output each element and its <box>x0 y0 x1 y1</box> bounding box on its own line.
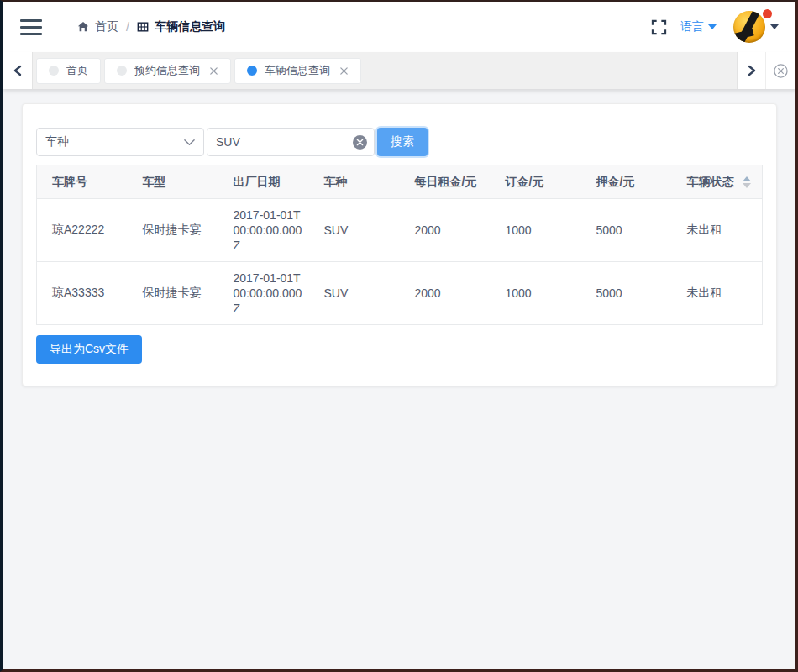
tab-label: 车辆信息查询 <box>265 63 330 78</box>
caret-up-icon <box>743 176 751 181</box>
tab-label: 预约信息查询 <box>134 63 200 78</box>
table-row[interactable]: 琼A33333 保时捷卡宴 2017-01-01T00:00:00.000Z S… <box>37 262 763 325</box>
breadcrumb-separator: / <box>126 20 129 34</box>
language-dropdown[interactable]: 语言 <box>680 19 717 34</box>
clear-input-icon[interactable] <box>353 135 367 150</box>
chevron-left-icon <box>13 65 23 76</box>
cell-daily-rent: 2000 <box>400 262 491 325</box>
vehicle-query-card: 车种 搜索 车 <box>22 103 777 386</box>
tab-close-button[interactable] <box>209 66 218 76</box>
breadcrumb-current-label: 车辆信息查询 <box>155 19 225 34</box>
cell-manufacture-date: 2017-01-01T00:00:00.000Z <box>218 199 309 262</box>
notification-badge-dot <box>763 9 772 18</box>
tab-list: 首页 预约信息查询 车辆信息查询 <box>33 52 737 89</box>
tab-scroll-left-button[interactable] <box>3 52 33 89</box>
select-chevron-down-icon <box>184 139 195 146</box>
fullscreen-icon <box>651 19 667 35</box>
user-chevron-down-icon <box>770 24 779 29</box>
cell-model: 保时捷卡宴 <box>128 262 218 325</box>
avatar <box>733 11 765 43</box>
col-plate-number: 车牌号 <box>37 165 128 199</box>
close-icon <box>339 66 349 76</box>
col-daily-rent: 每日租金/元 <box>400 165 491 199</box>
keyword-input[interactable] <box>216 135 353 149</box>
breadcrumb-current: 车辆信息查询 <box>137 19 225 34</box>
breadcrumb-home[interactable]: 首页 <box>77 19 118 34</box>
hamburger-menu-icon[interactable] <box>20 19 42 35</box>
cell-security-deposit: 5000 <box>581 199 672 262</box>
top-navbar: 首页 / 车辆信息查询 <box>3 2 795 52</box>
col-order-deposit: 订金/元 <box>491 165 581 199</box>
search-field-select-value: 车种 <box>45 134 69 150</box>
table-row[interactable]: 琼A22222 保时捷卡宴 2017-01-01T00:00:00.000Z S… <box>37 199 763 262</box>
cell-category: SUV <box>309 262 400 325</box>
cell-model: 保时捷卡宴 <box>128 199 218 262</box>
language-label: 语言 <box>680 19 704 34</box>
cell-plate-number: 琼A22222 <box>37 199 128 262</box>
close-all-tabs-button[interactable] <box>766 52 795 89</box>
cell-manufacture-date: 2017-01-01T00:00:00.000Z <box>218 262 309 325</box>
fullscreen-button[interactable] <box>651 19 667 35</box>
tab-label: 首页 <box>66 63 88 78</box>
vehicles-table: 车牌号 车型 出厂日期 车种 每日租金/元 订金/元 押金/元 车辆状态 <box>36 165 763 325</box>
tab-status-dot <box>49 66 59 76</box>
table-header-row: 车牌号 车型 出厂日期 车种 每日租金/元 订金/元 押金/元 车辆状态 <box>37 165 763 199</box>
home-icon <box>77 21 89 33</box>
tab-bar: 首页 预约信息查询 车辆信息查询 <box>3 52 795 89</box>
tab-scroll-right-button[interactable] <box>737 52 766 89</box>
cell-category: SUV <box>309 199 400 262</box>
cell-order-deposit: 1000 <box>491 262 581 325</box>
user-menu[interactable] <box>733 11 779 43</box>
grid-icon <box>137 21 149 33</box>
export-csv-button[interactable]: 导出为Csv文件 <box>36 335 142 364</box>
close-icon <box>209 66 218 76</box>
tab-status-dot <box>247 66 257 76</box>
search-toolbar: 车种 搜索 <box>36 128 763 156</box>
breadcrumb-home-label: 首页 <box>95 19 118 34</box>
cell-plate-number: 琼A33333 <box>37 262 128 325</box>
navbar-right: 语言 <box>651 11 779 43</box>
cell-order-deposit: 1000 <box>491 199 581 262</box>
col-category: 车种 <box>309 165 400 199</box>
breadcrumb: 首页 / 车辆信息查询 <box>77 19 225 34</box>
search-button[interactable]: 搜索 <box>377 128 428 156</box>
col-model: 车型 <box>128 165 218 199</box>
search-field-select[interactable]: 车种 <box>36 128 204 156</box>
cell-vehicle-status: 未出租 <box>672 262 763 325</box>
caret-down-icon <box>743 183 751 188</box>
chevron-right-icon <box>747 65 757 76</box>
tab-home[interactable]: 首页 <box>36 58 101 84</box>
main-content: 车种 搜索 车 <box>3 89 795 669</box>
close-circle-icon <box>773 63 789 79</box>
sort-icon[interactable] <box>743 176 751 188</box>
chevron-down-icon <box>708 24 717 29</box>
keyword-input-box <box>207 128 375 156</box>
cell-vehicle-status: 未出租 <box>672 199 763 262</box>
tab-reservation-query[interactable]: 预约信息查询 <box>104 58 231 84</box>
col-security-deposit: 押金/元 <box>581 165 672 199</box>
tab-close-button[interactable] <box>339 66 349 76</box>
tab-status-dot <box>117 66 127 76</box>
col-manufacture-date: 出厂日期 <box>218 165 309 199</box>
cell-security-deposit: 5000 <box>581 262 672 325</box>
app-window: 首页 / 车辆信息查询 <box>0 0 798 672</box>
col-vehicle-status[interactable]: 车辆状态 <box>672 165 763 199</box>
cell-daily-rent: 2000 <box>400 199 491 262</box>
tab-vehicle-query[interactable]: 车辆信息查询 <box>234 58 361 84</box>
